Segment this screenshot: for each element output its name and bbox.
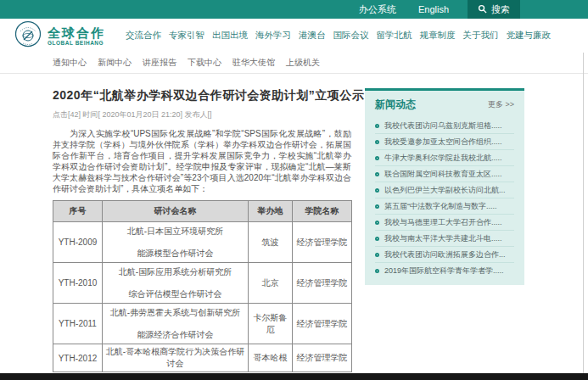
col-header-venue: 举办地: [249, 201, 293, 222]
subnav-notice-center[interactable]: 通知中心: [53, 57, 87, 69]
news-list-item[interactable]: 牛津大学奥利尔学院赴我校北航.....: [375, 150, 514, 166]
news-list-item[interactable]: 2019年国际航空科学青年学者学.....: [375, 263, 514, 279]
news-list-item[interactable]: 我校与南太平洋大学共建北斗电.....: [375, 231, 514, 247]
bullet-icon: [375, 253, 379, 257]
bullet-icon: [375, 188, 379, 193]
cell-id: YTH-2011: [53, 304, 103, 344]
col-header-name: 研讨会名称: [103, 201, 249, 222]
beihang-logo[interactable]: [14, 20, 42, 51]
news-sidebar: 新闻动态 更多 >> 我校代表团访问乌兹别克斯坦格..... 我校受邀参加亚太空…: [365, 88, 524, 285]
subnav-lecture-reports[interactable]: 讲座报告: [143, 57, 176, 69]
news-item-text: 我校受邀参加亚太空间合作组织.....: [384, 137, 502, 148]
site-header: 全球合作 GLOBAL BEIHANG 交流合作 专家引智 出国出境 海外学习 …: [0, 19, 588, 53]
news-item-text: 2019年国际航空科学青年学者学.....: [384, 265, 504, 277]
news-item-text: 联合国附属空间科技教育亚太区.....: [384, 169, 502, 180]
table-row: YTH-2010 北航-国际应用系统分析研究所 综合评估模型合作研讨会 北京 经…: [53, 263, 352, 304]
brand-subtitle: GLOBAL BEIHANG: [48, 40, 105, 46]
bullet-icon: [375, 156, 379, 160]
nav-item-party[interactable]: 党建与廉政: [507, 30, 552, 42]
page-right-edge: [583, 53, 584, 373]
main-nav: 交流合作 专家引智 出国出境 海外学习 港澳台 国际会议 留学北航 规章制度 关…: [126, 30, 551, 42]
cell-college: 经济管理学院: [293, 304, 352, 344]
cell-venue: 卡尔斯鲁厄: [249, 304, 293, 344]
nav-item-about-us[interactable]: 关于我们: [463, 30, 499, 42]
table-row: YTH-2011 北航-弗劳恩霍夫系统与创新研究所 能源经济合作研讨会 卡尔斯鲁…: [53, 304, 352, 344]
office-system-link[interactable]: 办公系统: [359, 3, 396, 16]
article: 2020年“北航举办学科双边合作研讨会资助计划”立项公示 点击[42] 时间[ …: [53, 88, 351, 372]
search-button[interactable]: 搜索: [468, 0, 520, 19]
nav-item-conferences[interactable]: 国际会议: [333, 30, 369, 42]
table-header-row: 序号 研讨会名称 举办地 学院名称: [53, 201, 352, 222]
bullet-icon: [375, 237, 379, 241]
search-button-label: 搜索: [491, 3, 510, 16]
news-list-item[interactable]: 我校受邀参加亚太空间合作组织.....: [375, 134, 514, 150]
news-list-item[interactable]: 联合国附属空间科技教育亚太区.....: [375, 166, 514, 182]
bullet-icon: [375, 172, 379, 176]
english-link[interactable]: English: [418, 4, 449, 14]
nav-item-experts[interactable]: 专家引智: [169, 30, 204, 42]
brand-block[interactable]: 全球合作 GLOBAL BEIHANG: [48, 26, 105, 46]
article-meta: 点击[42] 时间[ 2020年01月20日 21:20] 发布人[]: [53, 109, 351, 120]
bullet-icon: [375, 124, 379, 128]
cell-venue: 筑波: [249, 222, 293, 263]
bullet-icon: [375, 221, 379, 225]
news-item-text: 我校代表团访问乌兹别克斯坦格.....: [384, 120, 502, 131]
subnav-download-center[interactable]: 下载中心: [188, 57, 221, 69]
news-title: 新闻动态: [375, 98, 416, 112]
news-item-text: 以色列巴伊兰大学副校长访问北航...: [384, 185, 506, 196]
cell-name: 北航-日本国立环境研究所 能源模型合作研讨会: [103, 222, 249, 263]
news-item-text: 牛津大学奥利尔学院赴我校北航.....: [384, 153, 502, 164]
bullet-icon: [375, 204, 379, 209]
subnav-superior-agencies[interactable]: 上级机关: [286, 57, 320, 69]
news-list-item[interactable]: 第五届“中法数字化制造与数字.....: [375, 198, 514, 215]
table-row: YTH-2009 北航-日本国立环境研究所 能源模型合作研讨会 筑波 经济管理学…: [53, 222, 352, 263]
seminar-table: 序号 研讨会名称 举办地 学院名称 YTH-2009 北航-日本国立环境研究所 …: [53, 200, 352, 372]
cell-id: YTH-2012: [53, 344, 103, 372]
cell-venue: 北京: [249, 263, 293, 304]
news-item-text: 我校与南太平洋大学共建北斗电.....: [384, 233, 502, 244]
subnav-news-center[interactable]: 新闻中心: [98, 57, 132, 69]
nav-item-abroad[interactable]: 出国出境: [212, 30, 248, 42]
news-list-item[interactable]: 我校代表团访问乌兹别克斯坦格.....: [375, 118, 514, 134]
cell-name: 北航-弗劳恩霍夫系统与创新研究所 能源经济合作研讨会: [103, 304, 249, 344]
footer-bar: [0, 373, 588, 380]
news-sidebar-header: 新闻动态 更多 >>: [365, 91, 524, 118]
cell-venue: 哥本哈根: [249, 344, 293, 372]
news-list-item[interactable]: 我校代表团访问欧洲拓展多边合作...: [375, 247, 514, 263]
news-list-item[interactable]: 我校与马德里理工大学召开合作.....: [375, 215, 514, 231]
cell-college: 经济管理学院: [293, 344, 352, 372]
secondary-nav: 通知中心 新闻中心 讲座报告 下载中心 驻华大使馆 上级机关: [0, 53, 588, 74]
news-list-item[interactable]: 以色列巴伊兰大学副校长访问北航...: [375, 182, 514, 198]
nav-item-exchange[interactable]: 交流合作: [126, 30, 161, 42]
article-body: 为深入实施学校“UPS国际化发展战略”和学院“SPS国际化发展战略”，鼓励并支持…: [53, 128, 351, 194]
search-icon: [478, 4, 487, 15]
cell-name: 北航-哥本哈根商学院行为决策合作研讨会: [103, 344, 249, 372]
bullet-icon: [375, 140, 379, 144]
cell-name: 北航-国际应用系统分析研究所 综合评估模型合作研讨会: [103, 263, 249, 304]
news-list: 我校代表团访问乌兹别克斯坦格..... 我校受邀参加亚太空间合作组织..... …: [365, 118, 524, 279]
brand-title: 全球合作: [48, 26, 105, 40]
news-item-text: 我校与马德里理工大学召开合作.....: [384, 217, 502, 228]
col-header-college: 学院名称: [293, 201, 352, 222]
nav-item-regulations[interactable]: 规章制度: [420, 30, 456, 42]
news-item-text: 第五届“中法数字化制造与数字.....: [384, 201, 497, 212]
page-title: 2020年“北航举办学科双边合作研讨会资助计划”立项公示: [53, 88, 351, 103]
nav-item-overseas-study[interactable]: 海外学习: [255, 30, 291, 42]
cell-id: YTH-2010: [53, 263, 103, 304]
bullet-icon: [375, 269, 379, 273]
cell-id: YTH-2009: [53, 222, 103, 263]
nav-item-hk-macao-taiwan[interactable]: 港澳台: [299, 30, 326, 42]
topbar: 办公系统 English 搜索: [0, 0, 588, 19]
news-item-text: 我校代表团访问欧洲拓展多边合作...: [384, 249, 506, 260]
cell-college: 经济管理学院: [293, 263, 352, 304]
cell-college: 经济管理学院: [293, 222, 352, 263]
table-row: YTH-2012 北航-哥本哈根商学院行为决策合作研讨会 哥本哈根 经济管理学院: [53, 344, 352, 372]
nav-item-study-at-beihang[interactable]: 留学北航: [377, 30, 412, 42]
more-link[interactable]: 更多 >>: [488, 99, 514, 110]
subnav-embassies[interactable]: 驻华大使馆: [232, 57, 275, 69]
col-header-id: 序号: [53, 201, 103, 222]
